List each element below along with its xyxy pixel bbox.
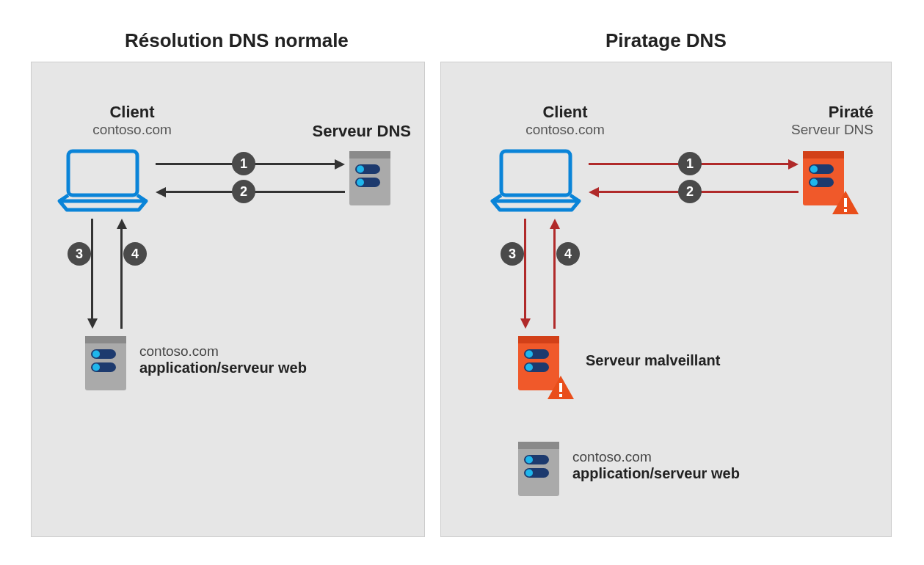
right-malicious-text: Serveur malveillant [586, 352, 720, 369]
right-malicious-label: Serveur malveillant [586, 352, 720, 369]
svg-rect-0 [68, 151, 137, 195]
left-arrow-1-head [335, 159, 345, 170]
left-client-label: Client [73, 103, 191, 122]
left-step-2: 2 [232, 180, 255, 203]
right-arrow-3-head [520, 318, 531, 329]
right-webserver-line2: application/serveur web [572, 465, 740, 482]
svg-point-6 [357, 179, 364, 186]
server-malicious-icon [800, 148, 862, 222]
left-dns-label-block: Serveur DNS [294, 122, 411, 141]
svg-rect-20 [844, 198, 847, 207]
svg-rect-29 [559, 394, 562, 397]
svg-point-4 [357, 166, 364, 173]
right-client-label: Client [506, 103, 624, 122]
right-step-3: 3 [501, 242, 524, 266]
server-icon [82, 333, 129, 396]
left-arrow-3 [91, 219, 93, 318]
svg-point-35 [525, 470, 533, 477]
right-webserver-text: contoso.com application/serveur web [572, 449, 740, 482]
right-step-2: 2 [678, 180, 702, 203]
left-arrow-4 [120, 229, 123, 329]
server-icon [515, 439, 562, 502]
server-malicious-icon [515, 333, 577, 407]
svg-point-27 [525, 364, 533, 371]
title-piracy: Piratage DNS [605, 29, 727, 52]
left-webserver-text: contoso.com application/serveur web [139, 343, 307, 376]
svg-rect-28 [559, 383, 562, 392]
svg-rect-13 [501, 151, 570, 195]
left-step-1: 1 [232, 152, 255, 175]
left-client-label-block: Client contoso.com [73, 103, 191, 138]
svg-point-19 [810, 179, 818, 186]
title-normal: Résolution DNS normale [125, 29, 349, 52]
right-step-4: 4 [556, 242, 580, 266]
right-step-1: 1 [678, 152, 702, 175]
svg-point-33 [525, 456, 533, 464]
right-client-label-block: Client contoso.com [506, 103, 624, 138]
svg-rect-2 [349, 151, 390, 158]
left-arrow-2 [166, 191, 345, 193]
right-arrow-3 [524, 219, 526, 318]
left-webserver-line2: application/serveur web [139, 360, 307, 376]
svg-rect-21 [844, 209, 847, 212]
right-pirated-label: Piraté [756, 103, 873, 122]
right-arrow-4 [553, 229, 556, 329]
left-arrow-4-head [117, 219, 127, 229]
left-arrow-3-head [87, 318, 98, 329]
left-webserver-line1: contoso.com [139, 343, 307, 360]
left-arrow-2-head [156, 187, 166, 197]
svg-point-17 [810, 166, 818, 173]
svg-rect-23 [518, 336, 559, 343]
right-dns-label-block: Piraté Serveur DNS [756, 103, 873, 138]
svg-rect-8 [85, 336, 126, 343]
laptop-icon [55, 148, 150, 216]
left-step-3: 3 [68, 242, 91, 266]
svg-point-12 [92, 364, 100, 371]
svg-point-25 [525, 351, 533, 358]
left-step-4: 4 [123, 242, 147, 266]
left-client-domain: contoso.com [73, 122, 191, 138]
left-dns-label: Serveur DNS [294, 122, 411, 141]
right-client-domain: contoso.com [506, 122, 624, 138]
right-arrow-2-head [589, 187, 599, 197]
right-webserver-line1: contoso.com [572, 449, 740, 465]
right-arrow-4-head [550, 219, 560, 229]
right-arrow-1-head [788, 159, 799, 170]
laptop-icon [488, 148, 583, 216]
svg-point-10 [92, 351, 100, 358]
svg-rect-15 [803, 151, 844, 158]
server-icon [346, 148, 393, 211]
right-dns-label: Serveur DNS [756, 122, 873, 138]
svg-rect-31 [518, 442, 559, 449]
